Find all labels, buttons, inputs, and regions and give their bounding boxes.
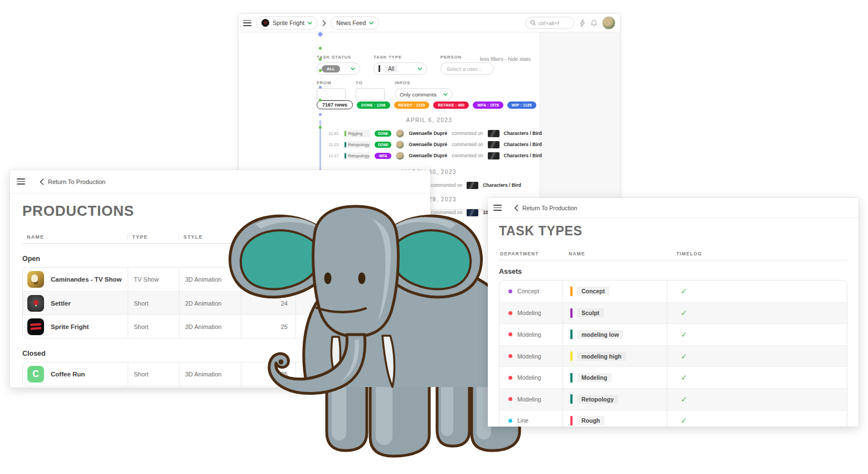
- status-count-badge: WIP : 1185: [507, 101, 536, 109]
- entity-name: Characters / Bird: [504, 142, 542, 147]
- entry-time: 11:17: [328, 153, 339, 158]
- chevron-down-icon: [308, 22, 312, 25]
- timeline-dot-icon: [319, 47, 322, 50]
- chevron-down-icon: [369, 22, 374, 25]
- task-type-row[interactable]: LineRough✓: [500, 410, 847, 427]
- task-type-select[interactable]: All: [374, 62, 427, 75]
- task-type-name: Sculpt: [577, 308, 604, 317]
- task-type-row[interactable]: ModelingSculpt✓: [500, 302, 847, 324]
- filter-task-type: TASK TYPE All: [374, 55, 427, 75]
- filter-label: TO: [356, 80, 385, 85]
- search-icon: [530, 20, 536, 26]
- filter-label: TASK STATUS: [317, 55, 360, 60]
- filter-label: INFOS: [395, 80, 453, 85]
- page-title: TASK TYPES: [499, 224, 847, 239]
- check-icon: ✓: [681, 373, 687, 382]
- production-name-cell: CCoffee Run: [23, 362, 128, 386]
- task-type-label: Rigging: [348, 131, 362, 136]
- department-cell: Modeling: [500, 303, 562, 324]
- stats-side-panel: [540, 32, 620, 209]
- person-name: Gwenaelle Dupré: [409, 142, 447, 147]
- production-type-cell: Short: [128, 362, 179, 386]
- department-cell: Modeling: [500, 367, 562, 388]
- timelog-cell: ✓: [667, 389, 847, 410]
- timeline-dot-icon: [319, 126, 322, 129]
- status-badge: DONE: [375, 142, 391, 148]
- filter-person: PERSON: [440, 55, 494, 75]
- menu-icon[interactable]: [17, 178, 25, 185]
- task-type-row[interactable]: Modelingmodeling high✓: [500, 345, 847, 367]
- bell-icon[interactable]: [590, 19, 598, 27]
- department-cell: Modeling: [500, 346, 562, 367]
- entity-thumbnail: [488, 141, 500, 148]
- entity-name: Characters / Bird: [504, 153, 542, 158]
- flash-icon[interactable]: [579, 19, 586, 27]
- menu-icon[interactable]: [243, 20, 251, 26]
- user-avatar[interactable]: [602, 16, 615, 30]
- task-type-name: Concept: [577, 287, 609, 296]
- task-type-row[interactable]: ModelingRetopology✓: [500, 388, 847, 410]
- task-types-table-header: DEPARTMENT NAME TIMELOG: [499, 251, 847, 260]
- infos-select[interactable]: Only comments: [395, 88, 453, 100]
- task-type-row[interactable]: ConceptConcept✓: [500, 280, 847, 302]
- department-color-dot: [508, 376, 512, 380]
- status-count-badge: READY : 1429: [394, 101, 430, 109]
- page-select[interactable]: News Feed: [331, 16, 379, 30]
- production-select[interactable]: Sprite Fright: [256, 16, 318, 30]
- timelog-cell: ✓: [667, 280, 847, 302]
- check-icon: ✓: [681, 352, 687, 361]
- production-type-cell: TV Show: [128, 268, 179, 291]
- task-status-select[interactable]: ALL: [317, 62, 360, 75]
- menu-icon[interactable]: [493, 205, 502, 211]
- department-name: Modeling: [517, 353, 541, 360]
- news-feed-filters: TASK STATUS ALL TASK TYPE All PERSON: [317, 55, 494, 100]
- entry-action: commented on: [431, 182, 462, 188]
- back-link[interactable]: Return To Production: [40, 178, 105, 185]
- chevron-left-icon: [40, 178, 44, 185]
- task-type-name-cell: Sculpt: [562, 303, 667, 324]
- task-type-color-bar: [570, 373, 573, 383]
- timeline-date: APRIL 6, 2023: [317, 117, 542, 124]
- entry-action: commented on: [452, 130, 483, 136]
- task-type-color-bar: [570, 330, 573, 339]
- entry-action: commented on: [452, 153, 483, 158]
- task-type-color-bar: [570, 308, 573, 318]
- timeline-dot-icon: [319, 69, 322, 72]
- department-name: Modeling: [517, 374, 541, 381]
- check-icon: ✓: [681, 287, 687, 296]
- department-cell: Concept: [500, 280, 562, 302]
- person-input[interactable]: [440, 62, 494, 75]
- task-type-color-bar: [345, 142, 346, 147]
- news-count-badge: 7167 news: [317, 100, 353, 109]
- chevron-right-icon: [322, 20, 326, 26]
- production-thumbnail: C: [27, 366, 44, 383]
- news-feed-entry[interactable]: 11:17RetopologyWFAGwenaelle Duprécomment…: [328, 152, 542, 159]
- check-icon: ✓: [681, 416, 687, 425]
- task-type-color-bar: [570, 416, 573, 425]
- task-type-color-bar: [570, 394, 573, 404]
- person-avatar: [396, 129, 404, 138]
- department-name: Modeling: [517, 309, 541, 316]
- task-type-chip: Rigging: [343, 130, 371, 137]
- entry-action: commented on: [452, 142, 483, 147]
- news-feed-entry[interactable]: 11:42RiggingDONEGwenaelle Duprécommented…: [328, 129, 542, 137]
- task-type-name-cell: modeling low: [562, 324, 667, 345]
- timeline-dot-icon: [319, 58, 322, 61]
- column-header-department: DEPARTMENT: [499, 251, 562, 257]
- timeline-dot-icon: [319, 113, 322, 116]
- entity-thumbnail: [467, 182, 478, 189]
- production-thumbnail: [27, 271, 44, 288]
- to-date-input[interactable]: [356, 88, 385, 100]
- filter-from: FROM: [317, 80, 346, 100]
- search-input[interactable]: ctrl+alt+f: [525, 17, 574, 29]
- production-thumbnail: [27, 295, 44, 312]
- filter-label: FROM: [317, 80, 346, 85]
- task-type-row[interactable]: Modelingmodeling low✓: [500, 323, 847, 345]
- news-feed-entry[interactable]: 11:23RetopologyDONEGwenaelle Duprécommen…: [328, 141, 542, 148]
- back-link[interactable]: Return To Production: [514, 205, 577, 211]
- task-type-row[interactable]: ModelingModeling✓: [500, 366, 847, 388]
- back-link-label: Return To Production: [522, 205, 577, 211]
- timelog-cell: ✓: [667, 346, 847, 367]
- chevron-down-icon: [418, 67, 422, 70]
- filter-label: PERSON: [440, 55, 494, 60]
